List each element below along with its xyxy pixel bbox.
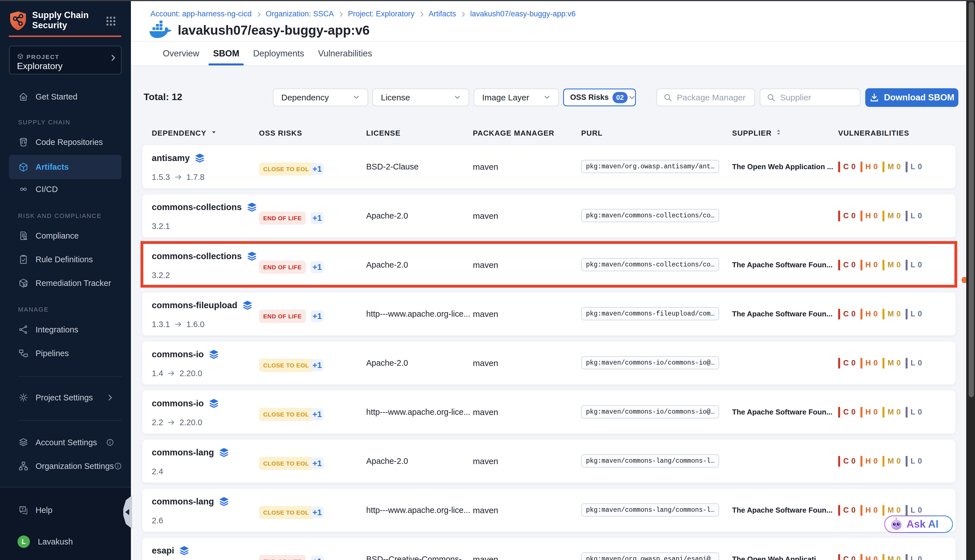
tab-overview[interactable]: Overview — [163, 42, 199, 65]
oss-risk-badge: END OF LIFE — [259, 260, 306, 274]
oss-risks-filter-label: OSS Risks — [570, 93, 609, 102]
severity-bar — [860, 407, 862, 418]
image-layers-icon[interactable] — [208, 398, 219, 408]
apps-grid-icon[interactable] — [105, 15, 117, 27]
column-header-dependency[interactable]: DEPENDENCY — [152, 124, 217, 142]
dependency-row-commons-collections-3.2.2[interactable]: commons-collections3.2.2END OF LIFE+1Apa… — [142, 243, 955, 287]
image-layers-icon[interactable] — [208, 349, 219, 360]
severity-c: C0 — [838, 358, 860, 368]
oss-risk-more-badge[interactable]: +1 — [311, 408, 324, 420]
severity-count: 0 — [918, 260, 922, 269]
purl-chip[interactable]: pkg:maven/commons-fileupload/com… — [581, 307, 719, 320]
purl-chip[interactable]: pkg:maven/commons-lang/commons-l… — [581, 454, 719, 468]
severity-h: H0 — [860, 260, 883, 270]
purl-chip[interactable]: pkg:maven/org.owasp.esapi/esapi@… — [581, 552, 719, 560]
breadcrumb-item[interactable]: lavakush07/easy-buggy-app:v6 — [470, 10, 576, 18]
sidebar-item-project-settings[interactable]: Project Settings — [9, 389, 122, 406]
breadcrumb-item[interactable]: Project: Exploratory — [348, 10, 414, 18]
severity-count: 0 — [897, 310, 901, 318]
breadcrumb-item[interactable]: Artifacts — [429, 10, 456, 18]
dependency-row-commons-io-1.4[interactable]: commons-io1.42.20.0CLOSE TO EOL+1Apache-… — [142, 342, 955, 385]
sidebar-item-label: Get Started — [35, 92, 77, 102]
image-layers-icon[interactable] — [246, 251, 257, 262]
oss-risk-more-badge[interactable]: +1 — [311, 359, 324, 372]
vulnerabilities-cell: C0H0M0L0 — [838, 292, 927, 335]
sidebar-item-label: Help — [35, 506, 52, 515]
window-scrollbar[interactable] — [966, 0, 975, 560]
sidebar-item-integrations[interactable]: Integrations — [9, 321, 122, 338]
oss-risk-more-badge[interactable]: +1 — [311, 212, 324, 224]
sidebar-item-rule-definitions[interactable]: Rule Definitions — [9, 251, 122, 268]
sidebar-item-remediation-tracker[interactable]: Remediation Tracker — [9, 274, 122, 292]
license-filter[interactable]: License — [372, 88, 469, 106]
tab-sbom[interactable]: SBOM — [213, 42, 239, 65]
oss-risk-more-badge[interactable]: +1 — [311, 163, 324, 175]
severity-bar — [860, 260, 862, 270]
sidebar-item-label: Integrations — [35, 325, 78, 334]
dependency-row-commons-lang-2.4[interactable]: commons-lang2.4CLOSE TO EOL+1Apache-2.0m… — [142, 440, 955, 483]
severity-letter: L — [911, 506, 915, 515]
cube-icon — [18, 162, 29, 173]
ask-ai-button[interactable]: Ask AI — [884, 515, 953, 533]
oss-risk-more-badge[interactable]: +1 — [311, 507, 324, 518]
severity-bar — [883, 554, 885, 560]
image-layers-icon[interactable] — [246, 202, 257, 212]
purl-chip[interactable]: pkg:maven/commons-collections/co… — [581, 209, 719, 222]
package-manager-search-input[interactable] — [677, 93, 749, 102]
package-manager-cell: maven — [473, 194, 498, 237]
version-recommended: 2.20.0 — [179, 418, 202, 427]
breadcrumb-item[interactable]: Organization: SSCA — [266, 10, 334, 18]
project-selector[interactable]: PROJECT Exploratory — [9, 46, 122, 75]
tab-deployments[interactable]: Deployments — [253, 42, 304, 65]
dependency-row-antisamy-1.5.3[interactable]: antisamy1.5.31.7.8CLOSE TO EOL+1BSD-2-Cl… — [142, 145, 955, 188]
dependency-filter[interactable]: Dependency — [273, 88, 368, 106]
dependency-row-commons-io-2.2[interactable]: commons-io2.22.20.0CLOSE TO EOL+1http---… — [142, 390, 955, 434]
column-header-supplier[interactable]: SUPPLIER — [732, 124, 782, 142]
dependency-row-commons-lang-2.6[interactable]: commons-lang2.6CLOSE TO EOL+1http---www.… — [142, 489, 955, 532]
license-cell: http---www.apache.org-lice... — [366, 292, 470, 335]
purl-chip[interactable]: pkg:maven/commons-collections/co… — [581, 258, 719, 271]
image-layer-filter[interactable]: Image Layer — [474, 88, 559, 106]
sidebar-item-ci-cd[interactable]: CI/CD — [9, 180, 122, 198]
severity-count: 0 — [897, 162, 901, 171]
image-layers-icon[interactable] — [242, 300, 253, 310]
oss-risk-more-badge[interactable]: +1 — [311, 261, 324, 273]
severity-letter: M — [888, 212, 894, 220]
purl-chip[interactable]: pkg:maven/commons-lang/commons-l… — [581, 503, 719, 517]
sidebar-item-artifacts[interactable]: Artifacts — [9, 155, 122, 179]
sidebar-item-compliance[interactable]: Compliance — [9, 227, 122, 245]
image-layers-icon[interactable] — [179, 546, 190, 556]
breadcrumb: Account: app-harness-ng-cicdOrganization… — [150, 10, 576, 18]
scrollbar-thumb[interactable] — [969, 2, 974, 397]
severity-c: C0 — [838, 407, 860, 418]
dependency-name: commons-lang — [152, 497, 214, 507]
oss-risk-more-badge[interactable]: +1 — [311, 457, 324, 470]
image-layers-icon[interactable] — [194, 153, 205, 163]
sidebar-item-code-repositories[interactable]: Code Repositories — [9, 133, 122, 151]
image-layers-icon[interactable] — [219, 497, 230, 507]
purl-chip[interactable]: pkg:maven/org.owasp.antisamy/ant… — [581, 160, 719, 173]
sidebar-item-organization-settings[interactable]: Organization Settings — [9, 457, 122, 475]
oss-risks-filter[interactable]: OSS Risks 02 — [563, 88, 636, 106]
breadcrumb-item[interactable]: Account: app-harness-ng-cicd — [150, 10, 252, 18]
dependency-row-commons-fileupload-1.3.1[interactable]: commons-fileupload1.3.11.6.0END OF LIFE+… — [142, 292, 955, 335]
dependency-row-esapi[interactable]: esapiEND OF LIFE+1BSD--Creative-Commons-… — [142, 538, 955, 560]
purl-chip[interactable]: pkg:maven/commons-io/commons-io@… — [581, 356, 719, 369]
supplier-search-input[interactable] — [780, 93, 854, 102]
sidebar-item-help[interactable]: ? Help — [9, 502, 122, 519]
dependency-row-commons-collections-3.2.1[interactable]: commons-collections3.2.1END OF LIFE+1Apa… — [142, 194, 955, 237]
sidebar-user[interactable]: L Lavakush — [9, 533, 122, 550]
purl-chip[interactable]: pkg:maven/commons-io/commons-io@… — [581, 405, 719, 418]
image-layers-icon[interactable] — [219, 447, 230, 458]
breadcrumb-chevron-icon — [337, 11, 344, 17]
sidebar-item-get-started[interactable]: Get Started — [9, 88, 122, 105]
download-sbom-button[interactable]: Download SBOM — [865, 88, 958, 107]
oss-risk-more-badge[interactable]: +1 — [311, 555, 324, 560]
tab-vulnerabilities[interactable]: Vulnerabilities — [318, 42, 372, 65]
chevron-down-icon — [352, 93, 361, 102]
sidebar-item-account-settings[interactable]: Account Settings — [9, 434, 122, 451]
severity-bar — [906, 211, 908, 222]
collapse-left-icon — [125, 509, 129, 515]
sidebar-item-pipelines[interactable]: Pipelines — [9, 345, 122, 362]
oss-risk-more-badge[interactable]: +1 — [311, 310, 324, 322]
